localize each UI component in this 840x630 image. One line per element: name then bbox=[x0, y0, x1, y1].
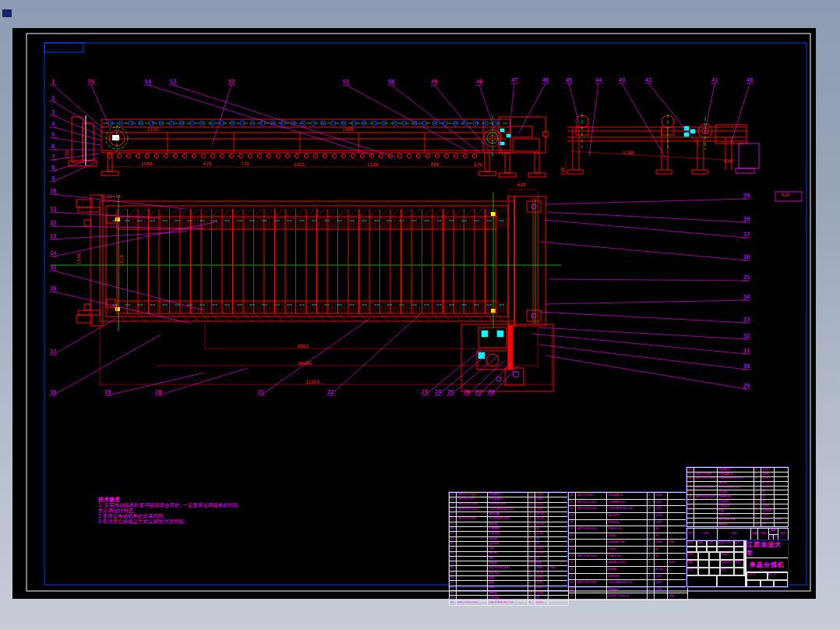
bom-row: 31GB/T6170-2000六角螺母 M128Q235 bbox=[569, 499, 688, 506]
leader-line bbox=[531, 334, 746, 354]
dimension-label: 775 bbox=[241, 161, 249, 166]
balloon-number: 34 bbox=[743, 294, 750, 300]
balloon-number: 33 bbox=[743, 317, 750, 323]
balloon-number: 49 bbox=[431, 79, 437, 85]
tb-process: 工艺 bbox=[686, 568, 698, 575]
balloon-number: 2 bbox=[51, 95, 55, 101]
balloon-number: 23 bbox=[422, 389, 428, 395]
leader-line bbox=[53, 292, 191, 324]
balloon-number: 36 bbox=[743, 254, 750, 260]
leader-line bbox=[212, 85, 231, 145]
balloon-number: 10 bbox=[50, 188, 56, 194]
bom-table-left: 55GB/T97.1-2002平垫圈 1024Q23554GB/T93-1987… bbox=[448, 491, 569, 588]
balloon-number: 1 bbox=[51, 79, 55, 85]
balloon-number: 24 bbox=[435, 389, 441, 395]
bom-table-side: 16平垫圈 108Q23515GB/T93-1987弹簧垫圈 10865Mn14… bbox=[686, 466, 789, 529]
tb-sheet: 第 1 张 bbox=[768, 572, 789, 580]
dimension-label: 1155 bbox=[147, 126, 159, 132]
tb-sheets: 共 1 张 bbox=[746, 572, 768, 580]
balloon-number: 14 bbox=[50, 250, 56, 257]
bom-row: 18调整垫片4Q235 bbox=[569, 586, 688, 593]
end-view-geometry bbox=[566, 115, 746, 175]
balloon-number: 52 bbox=[228, 79, 235, 85]
bom-col-no: 序号 bbox=[687, 529, 694, 540]
balloon-number: 48 bbox=[476, 79, 482, 85]
leader-line bbox=[53, 232, 187, 239]
cad-viewport[interactable]: 1234567891011121314151617181920212223242… bbox=[0, 0, 840, 630]
note-line: 1. 安装传动链条时要与链轮啮合良好, 一定要保证两链条的间距 bbox=[98, 502, 238, 508]
leader-line bbox=[569, 83, 580, 126]
balloon-number: 35 bbox=[743, 274, 750, 281]
dimension-labels: 1155148815806257751011112080057025011404… bbox=[64, 126, 790, 384]
leader-line bbox=[158, 368, 248, 395]
balloon-number: 8 bbox=[51, 165, 55, 171]
leader-line bbox=[544, 220, 746, 238]
balloon-number: 38 bbox=[743, 216, 750, 222]
bom-row: 19GB/T5781-1986六角头螺栓 M10×356Q235 bbox=[569, 580, 688, 587]
tb-standard: 标准化 bbox=[720, 552, 734, 560]
dimension-label: 10486 bbox=[298, 360, 312, 366]
leader-line bbox=[622, 83, 666, 159]
balloon-number: 47 bbox=[511, 77, 517, 83]
balloon-number: 4 bbox=[51, 121, 55, 127]
bom-row: 27GB/T1096-2003平键 10×50145 bbox=[569, 526, 688, 533]
bom-row: 29链轮护罩1Q235 bbox=[569, 512, 688, 519]
side-view-geometry bbox=[69, 115, 549, 177]
leader-line bbox=[510, 83, 514, 127]
balloon-number: 18 bbox=[50, 389, 56, 395]
dimension-label: 625 bbox=[203, 161, 212, 166]
leader-line bbox=[53, 335, 160, 395]
balloon-number: 6 bbox=[51, 143, 55, 150]
tb-count: 处数 bbox=[697, 540, 707, 547]
bom-col-remark: 备注 bbox=[778, 529, 789, 540]
balloon-number: 44 bbox=[595, 77, 602, 83]
bom-col-name: 名称 bbox=[718, 529, 751, 540]
leader-line bbox=[53, 271, 204, 310]
leader-line bbox=[549, 279, 746, 281]
tb-check: 审核 bbox=[686, 560, 698, 568]
balloon-number: 37 bbox=[743, 232, 750, 238]
leader-line bbox=[519, 83, 545, 133]
leader-line bbox=[545, 199, 746, 204]
dimension-label: 1540 bbox=[76, 253, 81, 264]
balloon-number: 7 bbox=[51, 154, 55, 160]
bom-row: 33GB/T5781-1986六角头螺栓 M12×304Q235 bbox=[450, 600, 569, 605]
dimension-label: 1580 bbox=[141, 161, 153, 166]
tb-design: 设计 bbox=[686, 552, 698, 560]
leader-line bbox=[545, 356, 746, 389]
tb-sign: 签名 bbox=[734, 540, 744, 547]
bom-row: 20电机底座1Q235 bbox=[569, 573, 688, 580]
dimension-label: 110 bbox=[559, 167, 565, 175]
leader-line bbox=[53, 127, 101, 140]
balloon-number: 20 bbox=[155, 389, 161, 395]
balloon-number: 3 bbox=[51, 109, 55, 115]
notes-title: 技术要求 bbox=[98, 497, 238, 502]
leader-line bbox=[53, 226, 204, 228]
balloon-number: 30 bbox=[743, 363, 750, 370]
dimension-label: 620 bbox=[782, 192, 790, 197]
leader-line bbox=[148, 85, 372, 155]
tb-mark: 标记 bbox=[686, 540, 697, 547]
balloon-number: 55 bbox=[88, 79, 94, 85]
balloon-number: 27 bbox=[475, 389, 482, 395]
balloon-number: 15 bbox=[50, 264, 56, 271]
balloon-number: 16 bbox=[50, 285, 56, 292]
note-line: 3 各润滑点按规定方式定期加注润滑脂。 bbox=[98, 519, 238, 524]
balloon-number: 54 bbox=[145, 79, 151, 85]
bom-row: 24小链轮145 bbox=[569, 547, 688, 554]
leader-line bbox=[53, 115, 102, 136]
bom-row: 28护罩支架2Q235 bbox=[569, 519, 688, 526]
leader-line bbox=[545, 300, 746, 304]
balloon-number: 40 bbox=[746, 77, 753, 83]
balloon-number: 22 bbox=[327, 389, 334, 395]
bom-row: 26大链轮145 bbox=[569, 533, 688, 540]
bom-col-mat: 材料 bbox=[758, 529, 769, 540]
tb-date: 年月日 bbox=[744, 540, 746, 547]
leader-line bbox=[589, 83, 598, 156]
balloon-number: 51 bbox=[343, 79, 349, 85]
title-block-school: 江西农业大学 bbox=[746, 540, 788, 558]
leader-line bbox=[491, 366, 517, 395]
dimension-label: 1120 bbox=[367, 161, 379, 167]
leader-line bbox=[539, 345, 746, 370]
tb-zone: 分区 bbox=[707, 540, 717, 547]
